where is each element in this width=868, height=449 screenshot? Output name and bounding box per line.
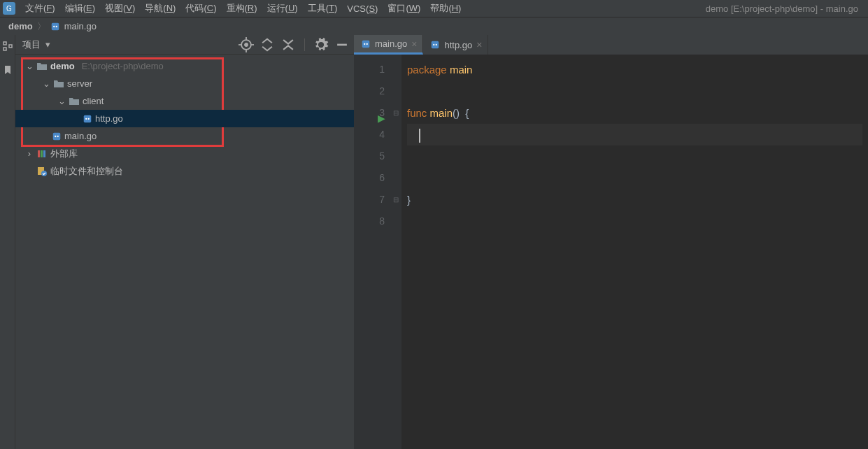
tree-external-libs[interactable]: › 外部库	[15, 145, 354, 162]
separator	[304, 38, 305, 51]
go-file-icon	[83, 114, 92, 124]
code-area[interactable]: package main func main() { }	[401, 55, 868, 449]
code-line	[407, 80, 862, 102]
window-title: demo [E:\project-php\demo] - main.go	[706, 3, 865, 14]
chevron-down-icon: ⌄	[42, 80, 50, 88]
fold-handle[interactable]: ⊟	[390, 189, 401, 211]
menu-window[interactable]: 窗口(W)	[383, 1, 425, 16]
close-icon[interactable]: ×	[476, 39, 482, 50]
scratches-label: 临时文件和控制台	[50, 165, 123, 178]
svg-point-30	[434, 44, 435, 45]
line-number: 5	[357, 145, 385, 167]
folder-label: client	[83, 96, 104, 106]
tree-file-maingo[interactable]: main.go	[15, 127, 354, 145]
line-number: 1	[357, 59, 385, 80]
left-tool-strip	[0, 35, 15, 449]
svg-rect-23	[43, 150, 45, 157]
code-line	[407, 167, 862, 189]
menu-code[interactable]: 代码(C)	[181, 1, 220, 16]
app-icon: G	[3, 2, 15, 15]
line-number: 2	[357, 80, 385, 102]
svg-point-16	[85, 117, 87, 119]
tree-root-demo[interactable]: ⌄ demo E:\project-php\demo	[15, 57, 354, 75]
tree-file-httpgo[interactable]: http.go	[15, 110, 354, 127]
main-content: 项目 ▾ ⌄ demo E:\project-php\demo ⌄	[0, 35, 868, 449]
svg-rect-15	[84, 115, 92, 122]
tree-folder-server[interactable]: ⌄ server	[15, 75, 354, 92]
root-name: demo	[50, 61, 75, 71]
menu-navigate[interactable]: 导航(N)	[141, 1, 180, 16]
menu-vcs[interactable]: VCS(S)	[343, 2, 382, 15]
go-file-icon	[430, 40, 440, 50]
structure-icon[interactable]	[2, 41, 13, 52]
settings-button[interactable]	[313, 37, 329, 52]
menu-tools[interactable]: 工具(T)	[304, 1, 342, 16]
external-libs-label: 外部库	[50, 148, 78, 160]
text-caret	[419, 129, 420, 143]
root-path: E:\project-php\demo	[82, 61, 164, 71]
menu-run[interactable]: 运行(U)	[263, 1, 302, 16]
go-file-icon	[50, 22, 60, 31]
menu-view[interactable]: 视图(V)	[101, 1, 139, 16]
code-line: func main() {	[407, 102, 862, 124]
bookmarks-icon[interactable]	[2, 64, 13, 76]
code-line: }	[407, 189, 862, 211]
tree-folder-client[interactable]: ⌄ client	[15, 92, 354, 110]
svg-rect-22	[41, 150, 43, 157]
line-number-gutter: 1 2 3▶ 4 5 6 7 8	[354, 55, 390, 449]
tree-scratches[interactable]: 临时文件和控制台	[15, 162, 354, 180]
editor-body: 1 2 3▶ 4 5 6 7 8 ⊟ ⊟ package main func m…	[354, 55, 868, 449]
chevron-down-icon: ⌄	[25, 62, 34, 71]
svg-point-19	[55, 135, 56, 136]
svg-rect-26	[362, 40, 370, 48]
folder-icon	[36, 61, 48, 72]
file-label: http.go	[95, 113, 123, 124]
breadcrumb-file[interactable]: main.go	[64, 21, 97, 31]
go-file-icon	[361, 39, 371, 49]
code-line	[407, 145, 862, 167]
svg-point-28	[367, 43, 368, 44]
go-file-icon	[52, 131, 62, 141]
file-label: main.go	[64, 131, 97, 141]
svg-rect-0	[51, 22, 59, 30]
tab-httpgo[interactable]: http.go ×	[423, 35, 488, 55]
code-line-current	[407, 124, 862, 145]
library-icon	[36, 148, 48, 159]
menu-refactor[interactable]: 重构(R)	[222, 1, 262, 16]
svg-point-9	[245, 43, 248, 45]
collapse-all-button[interactable]	[280, 37, 296, 52]
svg-point-2	[55, 25, 57, 27]
hide-button[interactable]	[334, 37, 350, 52]
svg-rect-5	[9, 45, 12, 48]
breadcrumb-project[interactable]: demo	[8, 21, 33, 31]
folder-label: server	[67, 78, 92, 89]
breadcrumb-sep: 〉	[37, 20, 46, 33]
close-icon[interactable]: ×	[411, 38, 417, 50]
project-view-selector[interactable]: 项目 ▾	[20, 38, 52, 51]
svg-rect-21	[38, 150, 40, 157]
fold-gutter: ⊟ ⊟	[390, 55, 401, 449]
menu-edit[interactable]: 编辑(E)	[61, 1, 99, 16]
svg-point-17	[88, 117, 90, 119]
tab-maingo[interactable]: main.go ×	[354, 35, 423, 55]
line-number: 7	[357, 189, 385, 211]
editor-area: main.go × http.go × 1 2 3▶ 4 5 6 7 8	[354, 35, 868, 449]
menu-help[interactable]: 帮助(H)	[426, 1, 465, 16]
chevron-right-icon: ›	[25, 150, 34, 158]
project-label: 项目	[22, 38, 41, 51]
svg-rect-4	[3, 48, 6, 50]
scratches-icon	[36, 166, 48, 177]
line-number: 3▶	[357, 102, 385, 124]
line-number: 6	[357, 167, 385, 189]
expand-all-button[interactable]	[259, 37, 275, 52]
menu-file[interactable]: 文件(F)	[21, 1, 59, 16]
svg-point-1	[53, 25, 55, 27]
svg-point-20	[57, 135, 59, 136]
tab-label: http.go	[444, 40, 472, 50]
locate-button[interactable]	[239, 37, 254, 52]
fold-handle[interactable]: ⊟	[390, 102, 401, 124]
editor-tabbar: main.go × http.go ×	[354, 35, 868, 55]
svg-point-27	[364, 43, 365, 44]
project-tree: ⌄ demo E:\project-php\demo ⌄ server ⌄ cl…	[15, 55, 354, 449]
svg-point-31	[436, 44, 437, 45]
